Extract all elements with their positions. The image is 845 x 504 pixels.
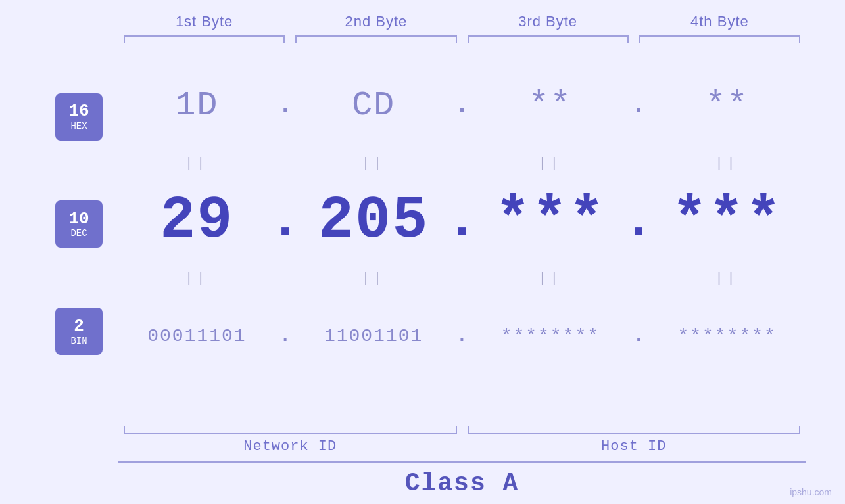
bracket-byte4 — [639, 35, 800, 43]
bottom-labels-row: Network ID Host ID — [118, 438, 806, 455]
eq2-b1: || — [118, 271, 276, 286]
top-brackets — [39, 35, 806, 43]
class-label: Class A — [118, 469, 806, 497]
bin-byte3-cell: ******** — [472, 326, 629, 346]
host-id-label: Host ID — [462, 438, 806, 455]
class-section: Class A — [39, 461, 806, 497]
badges-column: 16 HEX 10 DEC 2 BIN — [39, 57, 118, 385]
bin-byte2-cell: 11001101 — [295, 326, 452, 346]
dec-byte1-cell: 29 — [118, 187, 276, 254]
dec-row: 29 . 205 . *** . *** — [118, 172, 806, 270]
equals-row-2: || || || || — [118, 269, 806, 287]
dec-base-label: DEC — [70, 228, 87, 239]
class-bracket-line — [118, 461, 806, 463]
hex-byte1-value: 1D — [175, 86, 218, 125]
eq1-b2: || — [295, 156, 452, 171]
bin-sep3: . — [629, 326, 648, 346]
dec-base-num: 10 — [68, 210, 89, 229]
watermark: ipshu.com — [790, 487, 832, 497]
bin-row: 00011101 . 11001101 . ******** . *******… — [118, 287, 806, 385]
hex-byte4-cell: ** — [648, 86, 806, 125]
main-container: 1st Byte 2nd Byte 3rd Byte 4th Byte 16 H… — [0, 0, 845, 504]
dec-byte2-value: 205 — [318, 187, 429, 254]
eq1-b1: || — [118, 156, 276, 171]
byte-headers: 1st Byte 2nd Byte 3rd Byte 4th Byte — [39, 13, 806, 30]
byte3-header: 3rd Byte — [462, 13, 634, 30]
bottom-brackets-row — [118, 426, 806, 434]
bin-byte2-value: 11001101 — [324, 326, 423, 346]
dec-byte1-value: 29 — [160, 187, 233, 254]
bin-badge: 2 BIN — [55, 308, 103, 355]
hex-sep2: . — [452, 92, 472, 119]
eq2-b2: || — [295, 271, 452, 286]
dec-byte2-cell: 205 — [295, 187, 452, 254]
bin-base-label: BIN — [70, 336, 87, 346]
hex-byte2-value: CD — [352, 86, 395, 125]
dec-byte4-cell: *** — [648, 187, 806, 254]
hex-byte2-cell: CD — [295, 86, 452, 125]
hex-byte3-value: ** — [529, 86, 572, 125]
bin-byte4-value: ******** — [677, 326, 776, 346]
eq2-b3: || — [472, 271, 629, 286]
dec-byte4-value: *** — [672, 187, 783, 254]
bin-byte3-value: ******** — [501, 326, 600, 346]
byte1-header: 1st Byte — [118, 13, 290, 30]
equals-row-1: || || || || — [118, 154, 806, 172]
ip-grid: 1D . CD . ** . ** || || — [118, 57, 806, 385]
eq1-b3: || — [472, 156, 629, 171]
bracket-byte3 — [468, 35, 629, 43]
network-id-label: Network ID — [118, 438, 462, 455]
bottom-section: Network ID Host ID — [39, 426, 806, 455]
bin-base-num: 2 — [74, 317, 84, 336]
dec-sep1: . — [276, 191, 295, 251]
dec-sep2: . — [452, 191, 472, 251]
content-area: 16 HEX 10 DEC 2 BIN 1D . CD — [39, 57, 806, 423]
hex-byte4-value: ** — [705, 86, 748, 125]
bin-byte4-cell: ******** — [648, 326, 806, 346]
bracket-byte2 — [295, 35, 456, 43]
network-id-bracket — [124, 426, 457, 434]
hex-byte1-cell: 1D — [118, 86, 276, 125]
hex-row: 1D . CD . ** . ** — [118, 57, 806, 154]
dec-byte3-cell: *** — [472, 187, 629, 254]
dec-badge: 10 DEC — [55, 200, 103, 248]
hex-base-num: 16 — [68, 102, 89, 121]
bin-sep2: . — [452, 326, 472, 346]
dec-sep3: . — [629, 191, 648, 251]
host-id-bracket — [468, 426, 801, 434]
byte4-header: 4th Byte — [634, 13, 806, 30]
dec-byte3-value: *** — [495, 187, 606, 254]
eq2-b4: || — [648, 271, 806, 286]
eq1-b4: || — [648, 156, 806, 171]
bin-byte1-cell: 00011101 — [118, 326, 276, 346]
hex-byte3-cell: ** — [472, 86, 629, 125]
hex-sep1: . — [276, 92, 295, 119]
bin-sep1: . — [276, 326, 295, 346]
bin-byte1-value: 00011101 — [147, 326, 246, 346]
hex-sep3: . — [629, 92, 648, 119]
byte2-header: 2nd Byte — [290, 13, 462, 30]
bracket-byte1 — [124, 35, 285, 43]
hex-base-label: HEX — [70, 121, 87, 131]
hex-badge: 16 HEX — [55, 93, 103, 141]
